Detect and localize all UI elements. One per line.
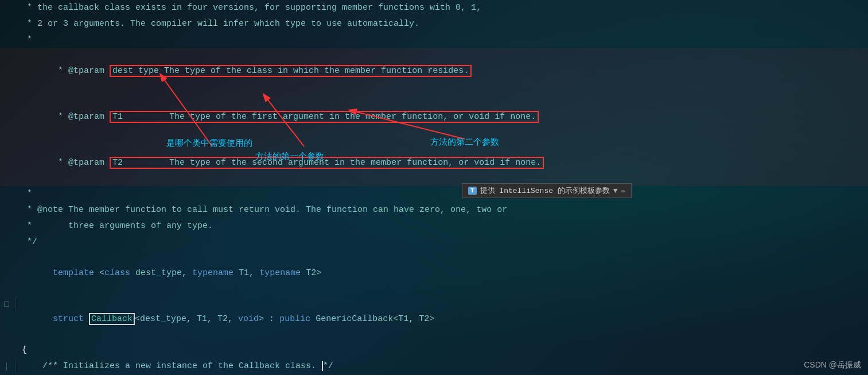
code-line-11: template <class dest_type, typename T1, …	[0, 250, 868, 296]
line-content-1: * the callback class exists in four vers…	[16, 1, 481, 16]
template-dest: dest_type,	[130, 268, 192, 278]
template-rest: <	[94, 268, 104, 278]
keyword-struct: struct	[53, 314, 84, 324]
tparam-prefix-5: * @tparam	[53, 112, 110, 122]
tparam-prefix-4: * @tparam	[53, 66, 110, 76]
struct-rest: <dest_type, T1, T2,	[135, 314, 238, 324]
keyword-typename2: typename	[259, 268, 301, 278]
template-t1: T1,	[233, 268, 259, 278]
code-line-13: {	[0, 342, 868, 358]
intellisense-dropdown[interactable]: ▼	[613, 187, 618, 195]
code-line-4: * @tparam dest type The type of the clas…	[0, 48, 868, 94]
code-line-7: *	[0, 186, 868, 202]
annotation-label-2: 方法的第一个参数	[255, 151, 324, 162]
tparam-box-4: dest type The type of the class in which…	[110, 65, 472, 77]
code-line-12: □ struct Callback<dest_type, T1, T2, voi…	[0, 296, 868, 342]
intellisense-edit[interactable]: ✏	[621, 186, 626, 195]
line-content-7: *	[16, 187, 32, 202]
csdn-watermark: CSDN @岳振威	[804, 360, 861, 370]
intellisense-icon: T	[468, 187, 477, 195]
line-content-2: * 2 or 3 arguments. The compiler will in…	[16, 17, 419, 32]
code-line-9: * three arguments of any type.	[0, 218, 868, 234]
annotation-label-1: 是哪个类中需要使用的	[166, 138, 252, 149]
code-line-14: | /** Initializes a new instance of the …	[0, 358, 868, 374]
intellisense-text: 提供 IntelliSense 的示例模板参数	[480, 185, 610, 196]
line-content-13: {	[16, 343, 27, 358]
code-line-1: * the callback class exists in four vers…	[0, 0, 868, 16]
intellisense-tooltip[interactable]: T 提供 IntelliSense 的示例模板参数 ▼ ✏	[462, 183, 632, 198]
code-line-10: */	[0, 234, 868, 250]
line-content-3: *	[16, 33, 32, 48]
generic-callback: GenericCallback<T1, T2>	[310, 314, 434, 324]
struct-space	[84, 314, 89, 324]
code-line-5: * @tparam T1 The type of the first argum…	[0, 94, 868, 140]
line-content-9: * three arguments of any type.	[16, 219, 213, 234]
code-line-2: * 2 or 3 arguments. The compiler will in…	[0, 16, 868, 32]
gutter-14: |	[0, 359, 16, 374]
line-content-8: * @note The member function to call must…	[16, 203, 507, 218]
keyword-typename1: typename	[192, 268, 233, 278]
cursor-marker: */	[322, 361, 333, 371]
tparam-box-5: T1 The type of the first argument in the…	[110, 111, 539, 123]
line-content-5: * @tparam T1 The type of the first argum…	[16, 95, 539, 140]
callback-name-box: Callback	[89, 313, 135, 325]
tparam-box-6: T2 The type of the second argument in th…	[110, 157, 544, 169]
code-line-8: * @note The member function to call must…	[0, 202, 868, 218]
keyword-void: void	[238, 314, 259, 324]
keyword-template: template	[53, 268, 94, 278]
line-content-4: * @tparam dest type The type of the clas…	[16, 49, 472, 94]
code-line-3: *	[0, 32, 868, 48]
line-content-12: struct Callback<dest_type, T1, T2, void>…	[16, 297, 434, 342]
template-t2: T2>	[301, 268, 321, 278]
tparam-prefix-6: * @tparam	[53, 158, 110, 168]
gutter-12[interactable]: □	[0, 297, 16, 312]
keyword-public: public	[279, 314, 310, 324]
line-content-11: template <class dest_type, typename T1, …	[16, 251, 321, 296]
line-content-14: /** Initializes a new instance of the Ca…	[16, 359, 333, 374]
struct-rest2: > :	[259, 314, 279, 324]
annotation-label-3: 方法的第二个参数	[430, 137, 499, 148]
line-content-10: */	[16, 235, 37, 250]
keyword-class: class	[104, 268, 130, 278]
code-editor: * the callback class exists in four vers…	[0, 0, 868, 375]
